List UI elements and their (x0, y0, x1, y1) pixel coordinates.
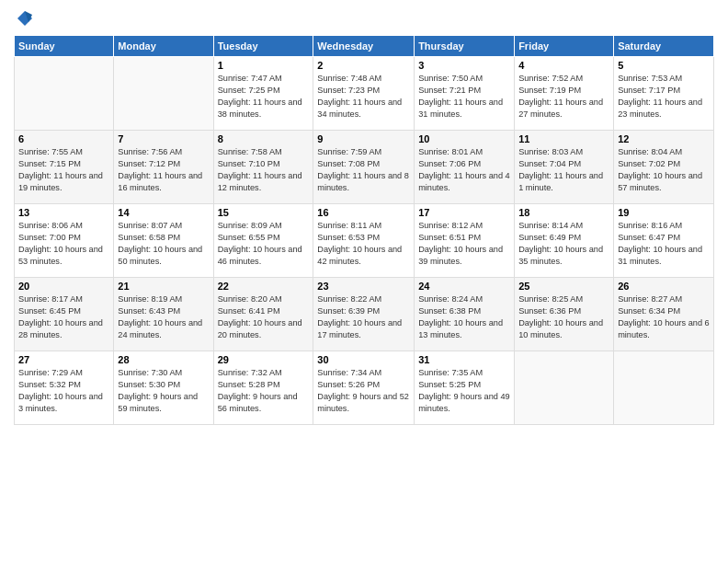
logo-icon (16, 9, 34, 28)
day-number: 5 (618, 60, 710, 71)
week-row-0: 1Sunrise: 7:47 AMSunset: 7:25 PMDaylight… (15, 57, 714, 131)
day-number: 8 (218, 133, 310, 144)
day-info: Sunrise: 8:07 AMSunset: 6:58 PMDaylight:… (118, 220, 209, 268)
day-number: 16 (317, 207, 410, 218)
day-info: Sunrise: 8:04 AMSunset: 7:02 PMDaylight:… (618, 146, 710, 194)
day-number: 31 (418, 354, 510, 365)
day-number: 9 (317, 133, 410, 144)
day-cell: 21Sunrise: 8:19 AMSunset: 6:43 PMDayligh… (114, 278, 213, 351)
day-cell: 2Sunrise: 7:48 AMSunset: 7:23 PMDaylight… (313, 57, 415, 131)
day-info: Sunrise: 7:58 AMSunset: 7:10 PMDaylight:… (218, 146, 310, 194)
day-info: Sunrise: 8:24 AMSunset: 6:38 PMDaylight:… (418, 293, 510, 341)
day-info: Sunrise: 7:48 AMSunset: 7:23 PMDaylight:… (317, 73, 410, 121)
week-row-3: 20Sunrise: 8:17 AMSunset: 6:45 PMDayligh… (15, 278, 714, 351)
day-cell: 1Sunrise: 7:47 AMSunset: 7:25 PMDaylight… (213, 57, 313, 131)
logo (14, 9, 34, 28)
day-info: Sunrise: 8:16 AMSunset: 6:47 PMDaylight:… (618, 220, 710, 268)
day-info: Sunrise: 8:03 AMSunset: 7:04 PMDaylight:… (518, 146, 609, 194)
day-info: Sunrise: 7:59 AMSunset: 7:08 PMDaylight:… (317, 146, 410, 194)
day-cell: 22Sunrise: 8:20 AMSunset: 6:41 PMDayligh… (213, 278, 313, 351)
day-cell: 3Sunrise: 7:50 AMSunset: 7:21 PMDaylight… (415, 57, 515, 131)
day-number: 26 (618, 281, 710, 292)
day-cell: 13Sunrise: 8:06 AMSunset: 7:00 PMDayligh… (15, 204, 114, 278)
day-number: 28 (118, 354, 209, 365)
day-number: 18 (518, 207, 609, 218)
day-info: Sunrise: 8:06 AMSunset: 7:00 PMDaylight:… (18, 220, 109, 268)
day-info: Sunrise: 8:01 AMSunset: 7:06 PMDaylight:… (418, 146, 510, 194)
calendar-header-row: SundayMondayTuesdayWednesdayThursdayFrid… (15, 36, 714, 57)
col-header-wednesday: Wednesday (313, 36, 415, 57)
day-number: 22 (218, 281, 310, 292)
day-number: 25 (518, 281, 609, 292)
week-row-4: 27Sunrise: 7:29 AMSunset: 5:32 PMDayligh… (15, 351, 714, 425)
day-cell: 16Sunrise: 8:11 AMSunset: 6:53 PMDayligh… (313, 204, 415, 278)
day-cell: 24Sunrise: 8:24 AMSunset: 6:38 PMDayligh… (415, 278, 515, 351)
day-number: 17 (418, 207, 510, 218)
day-info: Sunrise: 8:20 AMSunset: 6:41 PMDaylight:… (218, 293, 310, 341)
day-number: 6 (18, 133, 109, 144)
day-cell (614, 351, 714, 425)
day-cell: 4Sunrise: 7:52 AMSunset: 7:19 PMDaylight… (515, 57, 614, 131)
day-info: Sunrise: 8:17 AMSunset: 6:45 PMDaylight:… (18, 293, 109, 341)
day-cell: 7Sunrise: 7:56 AMSunset: 7:12 PMDaylight… (114, 131, 213, 204)
day-info: Sunrise: 7:47 AMSunset: 7:25 PMDaylight:… (218, 73, 310, 121)
day-cell: 10Sunrise: 8:01 AMSunset: 7:06 PMDayligh… (415, 131, 515, 204)
day-info: Sunrise: 7:53 AMSunset: 7:17 PMDaylight:… (618, 73, 710, 121)
header (14, 9, 714, 28)
day-cell: 20Sunrise: 8:17 AMSunset: 6:45 PMDayligh… (15, 278, 114, 351)
day-info: Sunrise: 8:14 AMSunset: 6:49 PMDaylight:… (518, 220, 609, 268)
page: SundayMondayTuesdayWednesdayThursdayFrid… (0, 0, 728, 563)
day-cell (114, 57, 213, 131)
day-cell: 18Sunrise: 8:14 AMSunset: 6:49 PMDayligh… (515, 204, 614, 278)
day-number: 3 (418, 60, 510, 71)
day-cell: 14Sunrise: 8:07 AMSunset: 6:58 PMDayligh… (114, 204, 213, 278)
day-number: 10 (418, 133, 510, 144)
day-cell: 5Sunrise: 7:53 AMSunset: 7:17 PMDaylight… (614, 57, 714, 131)
day-number: 1 (218, 60, 310, 71)
day-number: 24 (418, 281, 510, 292)
day-number: 23 (317, 281, 410, 292)
day-info: Sunrise: 8:11 AMSunset: 6:53 PMDaylight:… (317, 220, 410, 268)
day-cell: 29Sunrise: 7:32 AMSunset: 5:28 PMDayligh… (213, 351, 313, 425)
day-cell: 27Sunrise: 7:29 AMSunset: 5:32 PMDayligh… (15, 351, 114, 425)
day-number: 2 (317, 60, 410, 71)
day-cell: 23Sunrise: 8:22 AMSunset: 6:39 PMDayligh… (313, 278, 415, 351)
day-info: Sunrise: 7:30 AMSunset: 5:30 PMDaylight:… (118, 367, 209, 415)
day-cell: 28Sunrise: 7:30 AMSunset: 5:30 PMDayligh… (114, 351, 213, 425)
day-info: Sunrise: 7:50 AMSunset: 7:21 PMDaylight:… (418, 73, 510, 121)
calendar-table: SundayMondayTuesdayWednesdayThursdayFrid… (14, 35, 714, 425)
day-number: 15 (218, 207, 310, 218)
day-info: Sunrise: 7:52 AMSunset: 7:19 PMDaylight:… (518, 73, 609, 121)
day-info: Sunrise: 7:55 AMSunset: 7:15 PMDaylight:… (18, 146, 109, 194)
day-info: Sunrise: 7:32 AMSunset: 5:28 PMDaylight:… (218, 367, 310, 415)
day-number: 29 (218, 354, 310, 365)
day-number: 11 (518, 133, 609, 144)
col-header-tuesday: Tuesday (213, 36, 313, 57)
day-info: Sunrise: 8:27 AMSunset: 6:34 PMDaylight:… (618, 293, 710, 341)
day-cell: 30Sunrise: 7:34 AMSunset: 5:26 PMDayligh… (313, 351, 415, 425)
day-info: Sunrise: 7:34 AMSunset: 5:26 PMDaylight:… (317, 367, 410, 415)
col-header-friday: Friday (515, 36, 614, 57)
week-row-2: 13Sunrise: 8:06 AMSunset: 7:00 PMDayligh… (15, 204, 714, 278)
day-number: 14 (118, 207, 209, 218)
day-number: 12 (618, 133, 710, 144)
day-number: 27 (18, 354, 109, 365)
day-info: Sunrise: 7:35 AMSunset: 5:25 PMDaylight:… (418, 367, 510, 415)
day-cell: 25Sunrise: 8:25 AMSunset: 6:36 PMDayligh… (515, 278, 614, 351)
day-info: Sunrise: 8:25 AMSunset: 6:36 PMDaylight:… (518, 293, 609, 341)
day-number: 4 (518, 60, 609, 71)
day-info: Sunrise: 8:22 AMSunset: 6:39 PMDaylight:… (317, 293, 410, 341)
day-cell: 26Sunrise: 8:27 AMSunset: 6:34 PMDayligh… (614, 278, 714, 351)
day-cell: 31Sunrise: 7:35 AMSunset: 5:25 PMDayligh… (415, 351, 515, 425)
col-header-saturday: Saturday (614, 36, 714, 57)
day-cell (515, 351, 614, 425)
day-cell: 8Sunrise: 7:58 AMSunset: 7:10 PMDaylight… (213, 131, 313, 204)
day-number: 7 (118, 133, 209, 144)
day-cell: 15Sunrise: 8:09 AMSunset: 6:55 PMDayligh… (213, 204, 313, 278)
day-number: 30 (317, 354, 410, 365)
day-cell: 6Sunrise: 7:55 AMSunset: 7:15 PMDaylight… (15, 131, 114, 204)
day-info: Sunrise: 7:56 AMSunset: 7:12 PMDaylight:… (118, 146, 209, 194)
day-cell: 11Sunrise: 8:03 AMSunset: 7:04 PMDayligh… (515, 131, 614, 204)
day-number: 13 (18, 207, 109, 218)
day-info: Sunrise: 7:29 AMSunset: 5:32 PMDaylight:… (18, 367, 109, 415)
